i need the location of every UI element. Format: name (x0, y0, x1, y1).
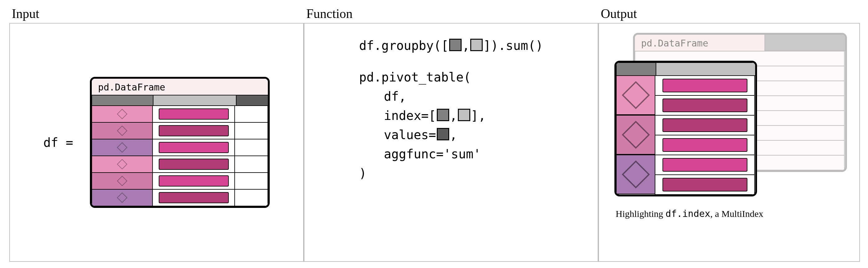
row-extra-cell (235, 122, 268, 139)
multiindex-value-cell (655, 95, 755, 115)
pivot-line-3: index=[ , ], (359, 106, 543, 125)
diamond-icon (622, 161, 650, 189)
row-index-cell (91, 122, 153, 139)
value-chip (159, 142, 229, 153)
groupby-line: df.groupby([ , ]).sum() (359, 36, 543, 55)
caption-code: df.index (665, 208, 711, 219)
diamond-icon (622, 81, 650, 109)
row-index-cell (91, 172, 153, 190)
output-panel: Output pd.DataFrame (598, 6, 860, 262)
diamond-icon (117, 176, 127, 186)
output-dataframe-label: pd.DataFrame (635, 35, 765, 51)
column-placeholder-icon (458, 109, 470, 121)
pivot-line-4: values= , (359, 125, 543, 144)
row-index-cell (91, 189, 153, 206)
multiindex-value-cell (655, 135, 755, 155)
row-index-cell (91, 156, 153, 173)
input-dataframe-rows (92, 106, 268, 206)
multiindex-group-cell (616, 115, 655, 155)
row-value-cell (152, 105, 235, 123)
pivot-line-1: pd.pivot_table( (359, 68, 543, 87)
df-assignment-label: df = (43, 135, 81, 149)
value-chip (662, 119, 747, 132)
value-chip (159, 192, 229, 203)
column-header-2 (236, 95, 270, 106)
column-placeholder-icon (437, 109, 449, 121)
multiindex-header-0 (616, 62, 656, 76)
value-chip (159, 125, 229, 136)
code-text: , (450, 106, 457, 125)
table-row (92, 189, 268, 206)
diamond-icon (622, 121, 650, 149)
output-diagram: pd.DataFrame (614, 33, 850, 206)
value-chip (662, 99, 747, 112)
row-value-cell (152, 189, 235, 206)
value-chip (662, 138, 747, 152)
row-value-cell (152, 139, 235, 156)
row-value-cell (152, 156, 235, 173)
multiindex-header-1 (656, 62, 757, 76)
output-caption: Highlighting df.index, a MultiIndex (614, 208, 763, 219)
diamond-icon (117, 142, 127, 153)
caption-pre: Highlighting (616, 208, 665, 219)
column-header-0 (91, 95, 153, 106)
input-dataframe-label: pd.DataFrame (92, 79, 268, 95)
diamond-icon (117, 109, 127, 119)
code-text: ], (471, 106, 486, 125)
faded-column-header (765, 35, 845, 51)
input-panel: Input df = pd.DataFrame (9, 6, 304, 262)
value-chip (662, 178, 747, 191)
pivot-line-6: ) (359, 164, 543, 183)
code-text: values= (384, 125, 436, 144)
pivot-line-5: aggfunc='sum' (359, 144, 543, 164)
diamond-icon (117, 159, 127, 169)
row-extra-cell (235, 156, 268, 173)
table-row (92, 122, 268, 139)
diamond-icon (117, 192, 127, 203)
code-text: pd.pivot_table( (359, 68, 471, 87)
value-chip (662, 158, 747, 171)
output-multiindex-highlight (614, 61, 757, 196)
table-row (92, 139, 268, 156)
code-text: , (450, 125, 457, 144)
row-extra-cell (235, 172, 268, 190)
code-text: aggfunc='sum' (384, 144, 481, 164)
code-text: ) (359, 164, 366, 183)
code-text: index=[ (384, 106, 436, 125)
multiindex-value-cell (655, 115, 755, 135)
column-placeholder-icon (470, 39, 483, 51)
value-chip (662, 79, 747, 92)
row-value-cell (152, 172, 235, 190)
value-chip (159, 108, 229, 120)
output-panel-title: Output (598, 6, 860, 23)
row-extra-cell (235, 105, 268, 123)
input-dataframe: pd.DataFrame (90, 77, 270, 208)
code-text: ]).sum() (483, 36, 543, 55)
code-text: df, (384, 87, 406, 106)
table-row (92, 156, 268, 173)
table-row (92, 173, 268, 189)
row-index-cell (91, 139, 153, 156)
column-placeholder-icon (449, 39, 462, 51)
function-code-block: df.groupby([ , ]).sum() pd.pivot_table( … (359, 36, 543, 183)
value-chip (159, 175, 229, 187)
caption-post: , a MultiIndex (710, 208, 763, 219)
code-text: df.groupby([ (359, 36, 448, 55)
multiindex-group-cell (616, 155, 655, 194)
value-chip (159, 159, 229, 170)
row-extra-cell (235, 189, 268, 206)
row-index-cell (91, 105, 153, 123)
multiindex-group-cell (616, 75, 655, 115)
diamond-icon (117, 126, 127, 136)
multiindex-value-cell (655, 155, 755, 175)
row-extra-cell (235, 139, 268, 156)
input-dataframe-columns (92, 95, 268, 106)
pivot-line-2: df, (359, 87, 543, 106)
column-header-1 (153, 95, 237, 106)
multiindex-value-cell (655, 174, 755, 195)
column-placeholder-icon (437, 128, 449, 140)
function-panel: Function df.groupby([ , ]).sum() pd.pivo… (304, 6, 598, 262)
table-row (92, 106, 268, 122)
input-panel-title: Input (9, 6, 304, 23)
row-value-cell (152, 122, 235, 139)
